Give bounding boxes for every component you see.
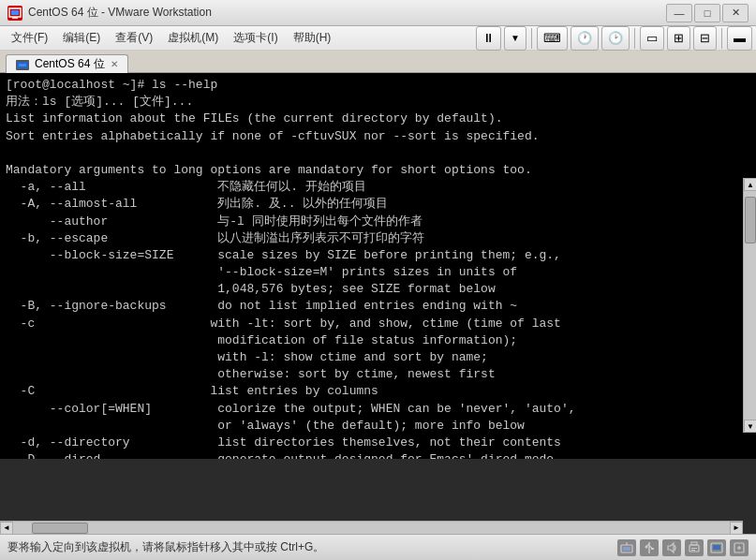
- status-text: 要将输入定向到该虚拟机，请将鼠标指针移入其中或按 Ctrl+G。: [7, 539, 610, 555]
- minimize-button[interactable]: —: [666, 4, 692, 22]
- toolbar-fit[interactable]: ▭: [640, 26, 664, 51]
- svg-rect-18: [691, 550, 695, 551]
- toolbar-pause-btn[interactable]: ⏸: [476, 26, 501, 51]
- tab-close-button[interactable]: ✕: [111, 59, 118, 69]
- fullscreen-icon: ⊞: [674, 31, 684, 45]
- vertical-scrollbar[interactable]: ▲ ▼: [743, 178, 756, 433]
- terminal-output[interactable]: [root@localhost ~]# ls --help 用法：ls [选项]…: [0, 73, 756, 459]
- svg-rect-21: [713, 545, 720, 550]
- menu-view[interactable]: 查看(V): [108, 28, 160, 48]
- svg-rect-17: [691, 548, 697, 549]
- toolbar-separator2: [634, 28, 635, 49]
- vm-tab-icon: [16, 60, 29, 69]
- status-bar: 要将输入定向到该虚拟机，请将鼠标指针移入其中或按 Ctrl+G。: [0, 534, 756, 560]
- svg-rect-14: [651, 548, 654, 550]
- scroll-up-button[interactable]: ▲: [744, 178, 756, 191]
- maximize-button[interactable]: □: [694, 4, 720, 22]
- scroll-thumb[interactable]: [745, 197, 756, 243]
- vm-tab-label: CentOS 64 位: [35, 56, 105, 72]
- usb-icon: [640, 539, 659, 556]
- vm-tab[interactable]: CentOS 64 位 ✕: [6, 54, 128, 73]
- svg-point-13: [645, 545, 648, 548]
- toolbar-fullscreen[interactable]: ⊞: [667, 26, 690, 51]
- toolbar-separator: [531, 28, 532, 49]
- horizontal-scrollbar[interactable]: ◄ ►: [0, 521, 743, 534]
- toolbar-dropdown-btn[interactable]: ▼: [504, 26, 526, 51]
- close-button[interactable]: ✕: [722, 4, 749, 22]
- snapshot-icon: 🕐: [577, 31, 592, 45]
- menu-tabs[interactable]: 选项卡(I): [226, 28, 285, 48]
- menu-edit[interactable]: 编辑(E): [55, 28, 108, 48]
- printer-icon: [685, 539, 704, 556]
- svg-marker-15: [668, 543, 674, 553]
- scroll-down-button[interactable]: ▼: [744, 420, 756, 433]
- scroll-right-button[interactable]: ►: [730, 522, 743, 535]
- toolbar-unity[interactable]: ⊟: [693, 26, 717, 51]
- menu-file[interactable]: 文件(F): [4, 28, 55, 48]
- window-controls: — □ ✕: [666, 4, 749, 22]
- toolbar-send-ctrl-alt-del[interactable]: ⌨: [537, 26, 568, 51]
- app-icon: [7, 6, 22, 21]
- fit-icon: ▭: [646, 31, 658, 45]
- menu-bar: 文件(F) 编辑(E) 查看(V) 虚拟机(M) 选项卡(I) 帮助(H) ⏸ …: [0, 26, 756, 51]
- vm-tools-icon: [707, 539, 726, 556]
- unity-icon: ⊟: [700, 31, 710, 45]
- audio-icon: [662, 539, 681, 556]
- status-icons: [617, 539, 749, 556]
- window-title: CentOS 64 位 - VMware Workstation: [28, 5, 666, 21]
- toolbar-snapshot2[interactable]: 🕑: [601, 26, 630, 51]
- title-bar: CentOS 64 位 - VMware Workstation — □ ✕: [0, 0, 756, 26]
- toolbar-snapshot[interactable]: 🕐: [571, 26, 599, 51]
- menu-help[interactable]: 帮助(H): [286, 28, 339, 48]
- svg-rect-1: [11, 10, 19, 15]
- svg-rect-8: [623, 547, 630, 551]
- scroll-left-button[interactable]: ◄: [0, 522, 13, 535]
- tab-bar: CentOS 64 位 ✕: [0, 51, 756, 73]
- dropdown-arrow-icon: ▼: [511, 33, 520, 43]
- svg-rect-6: [19, 64, 26, 66]
- pause-icon: ⏸: [482, 31, 495, 45]
- extra-icon: ▬: [734, 31, 746, 45]
- toolbar-extra[interactable]: ▬: [727, 26, 752, 51]
- stretch-icon: [730, 539, 749, 556]
- svg-rect-19: [691, 542, 697, 545]
- snapshot2-icon: 🕑: [608, 31, 623, 45]
- menu-vm[interactable]: 虚拟机(M): [160, 28, 226, 48]
- toolbar-separator3: [721, 28, 722, 49]
- keyboard-icon: ⌨: [543, 31, 561, 45]
- network-icon: [617, 539, 636, 556]
- horizontal-scroll-thumb[interactable]: [32, 523, 88, 534]
- terminal-area: [root@localhost ~]# ls --help 用法：ls [选项]…: [0, 73, 756, 459]
